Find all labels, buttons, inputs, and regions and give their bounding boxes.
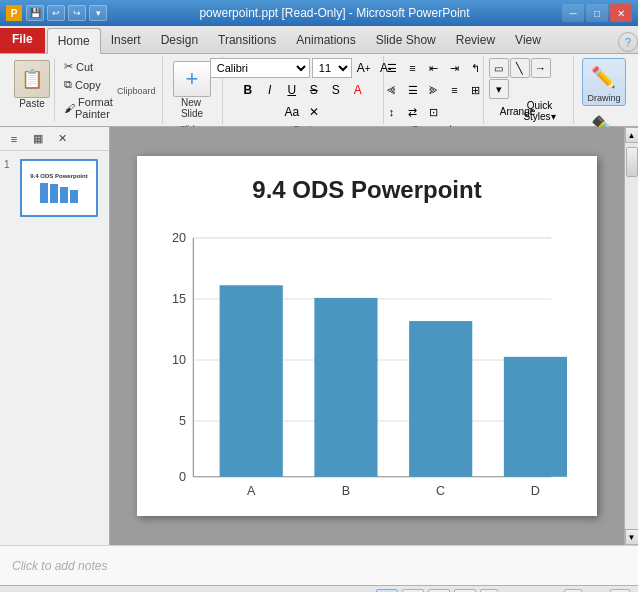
cut-icon: ✂ bbox=[64, 60, 73, 73]
font-clear-button[interactable]: ✕ bbox=[304, 102, 324, 122]
thumb-content: 9.4 ODS Powerpoint bbox=[22, 161, 96, 215]
slide-thumbnail[interactable]: 9.4 ODS Powerpoint bbox=[20, 159, 98, 217]
font-size-select[interactable]: 11 bbox=[312, 58, 352, 78]
app-icon: P bbox=[6, 5, 22, 21]
quick-styles-button[interactable]: Quick Styles▾ bbox=[530, 101, 550, 121]
slide-number: 1 bbox=[4, 159, 16, 170]
x-label-b: B bbox=[342, 484, 350, 498]
text-direction-button[interactable]: ⇄ bbox=[403, 102, 423, 122]
decrease-indent-button[interactable]: ⇤ bbox=[424, 58, 444, 78]
bar-a bbox=[220, 285, 283, 477]
close-button[interactable]: ✕ bbox=[610, 4, 632, 22]
notes-panel[interactable]: Click to add notes bbox=[0, 545, 638, 585]
format-painter-button[interactable]: 🖌 Format Painter bbox=[61, 94, 117, 122]
align-center-button[interactable]: ☰ bbox=[403, 80, 423, 100]
undo-quick-btn[interactable]: ↩ bbox=[47, 5, 65, 21]
maximize-button[interactable]: □ bbox=[586, 4, 608, 22]
font-row2: B I U S S A bbox=[238, 80, 368, 100]
chart-area: 20 15 10 5 0 bbox=[167, 214, 567, 506]
rtl-button[interactable]: ↰ bbox=[466, 58, 486, 78]
save-quick-btn[interactable]: 💾 bbox=[26, 5, 44, 21]
new-slide-button[interactable]: + NewSlide bbox=[169, 58, 215, 122]
paragraph-buttons-row1: ☰ ≡ ⇤ ⇥ ↰ bbox=[382, 58, 486, 78]
ribbon: File Home Insert Design Transitions Anim… bbox=[0, 26, 638, 127]
justify-button[interactable]: ≡ bbox=[445, 80, 465, 100]
slide[interactable]: 9.4 ODS Powerpoint 20 15 10 5 0 bbox=[137, 156, 597, 516]
slide-panel-toolbar: ≡ ▦ ✕ bbox=[0, 127, 109, 151]
font-case-button[interactable]: Aa bbox=[282, 102, 302, 122]
strikethrough-button[interactable]: S bbox=[304, 80, 324, 100]
customize-quick-btn[interactable]: ▾ bbox=[89, 5, 107, 21]
scroll-thumb[interactable] bbox=[626, 147, 638, 177]
shape-line-button[interactable]: ╲ bbox=[510, 58, 530, 78]
font-color-button[interactable]: A bbox=[348, 80, 368, 100]
align-right-button[interactable]: ⫸ bbox=[424, 80, 444, 100]
copy-button[interactable]: ⧉ Copy bbox=[61, 76, 117, 93]
thumb-bar-a bbox=[40, 183, 48, 203]
underline-button[interactable]: U bbox=[282, 80, 302, 100]
bar-b bbox=[314, 298, 377, 477]
tab-home[interactable]: Home bbox=[47, 28, 101, 54]
smartart-button[interactable]: ⊡ bbox=[424, 102, 444, 122]
scrollbar-vertical[interactable]: ▲ ▼ bbox=[624, 127, 638, 545]
help-button[interactable]: ? bbox=[618, 32, 638, 52]
shape-rectangle-button[interactable]: ▭ bbox=[489, 58, 509, 78]
minimize-button[interactable]: ─ bbox=[562, 4, 584, 22]
bar-c bbox=[409, 321, 472, 477]
tab-animations[interactable]: Animations bbox=[286, 28, 365, 53]
numbering-button[interactable]: ≡ bbox=[403, 58, 423, 78]
window-controls: ─ □ ✕ bbox=[562, 4, 632, 22]
reading-view-button[interactable]: 📖 bbox=[428, 589, 450, 593]
line-spacing-button[interactable]: ↕ bbox=[382, 102, 402, 122]
quick-access-toolbar: 💾 ↩ ↪ ▾ bbox=[26, 5, 107, 21]
shadow-button[interactable]: S bbox=[326, 80, 346, 100]
new-slide-icon: + bbox=[173, 61, 211, 97]
drawing-button[interactable]: ✏️ Drawing bbox=[582, 58, 625, 106]
slide-thumb-item[interactable]: 1 9.4 ODS Powerpoint bbox=[4, 159, 105, 217]
tab-design[interactable]: Design bbox=[151, 28, 208, 53]
increase-indent-button[interactable]: ⇥ bbox=[445, 58, 465, 78]
tab-view[interactable]: View bbox=[505, 28, 551, 53]
zoom-in-button[interactable]: + bbox=[564, 589, 582, 593]
bar-d bbox=[504, 357, 567, 477]
italic-button[interactable]: I bbox=[260, 80, 280, 100]
y-label-10: 10 bbox=[172, 353, 186, 367]
title-bar: P 💾 ↩ ↪ ▾ powerpoint.ppt [Read-Only] - M… bbox=[0, 0, 638, 26]
copy-icon: ⧉ bbox=[64, 78, 72, 91]
y-label-20: 20 bbox=[172, 231, 186, 245]
zoom-out-button[interactable]: − bbox=[480, 589, 498, 593]
tab-file[interactable]: File bbox=[0, 28, 45, 53]
redo-quick-btn[interactable]: ↪ bbox=[68, 5, 86, 21]
slideshow-button[interactable]: ▶ bbox=[454, 589, 476, 593]
shape-arrow-button[interactable]: → bbox=[531, 58, 551, 78]
zoom-fit-button[interactable]: ⊡ bbox=[610, 589, 630, 593]
column-button[interactable]: ⊞ bbox=[466, 80, 486, 100]
tab-transitions[interactable]: Transitions bbox=[208, 28, 286, 53]
bold-button[interactable]: B bbox=[238, 80, 258, 100]
scroll-up-button[interactable]: ▲ bbox=[625, 127, 639, 143]
drawing-icon: ✏️ bbox=[588, 61, 620, 93]
tab-insert[interactable]: Insert bbox=[101, 28, 151, 53]
font-size-up-button[interactable]: A+ bbox=[354, 58, 374, 78]
paste-button[interactable]: 📋 Paste bbox=[10, 58, 55, 122]
scroll-track[interactable] bbox=[625, 143, 638, 529]
tab-slideshow[interactable]: Slide Show bbox=[366, 28, 446, 53]
thumb-title: 9.4 ODS Powerpoint bbox=[30, 173, 87, 179]
scroll-down-button[interactable]: ▼ bbox=[625, 529, 639, 545]
cut-button[interactable]: ✂ Cut bbox=[61, 58, 117, 75]
normal-view-button[interactable]: ⊞ bbox=[376, 589, 398, 593]
slides-buttons: + NewSlide bbox=[169, 58, 215, 122]
panel-close-btn[interactable]: ✕ bbox=[52, 130, 72, 148]
panel-slides-btn[interactable]: ▦ bbox=[28, 130, 48, 148]
ribbon-group-clipboard: 📋 Paste ✂ Cut ⧉ Copy 🖌 Format Painter bbox=[4, 56, 163, 124]
ribbon-group-font: Calibri 11 A+ A- B I U S S A bbox=[223, 56, 384, 124]
shape-more-button[interactable]: ▾ bbox=[489, 79, 509, 99]
panel-outline-btn[interactable]: ≡ bbox=[4, 130, 24, 148]
slide-sorter-button[interactable]: ⊟ bbox=[402, 589, 424, 593]
y-label-0: 0 bbox=[179, 470, 186, 484]
tab-review[interactable]: Review bbox=[446, 28, 505, 53]
x-label-d: D bbox=[531, 484, 540, 498]
font-name-select[interactable]: Calibri bbox=[210, 58, 310, 78]
bullets-button[interactable]: ☰ bbox=[382, 58, 402, 78]
align-left-button[interactable]: ⫷ bbox=[382, 80, 402, 100]
